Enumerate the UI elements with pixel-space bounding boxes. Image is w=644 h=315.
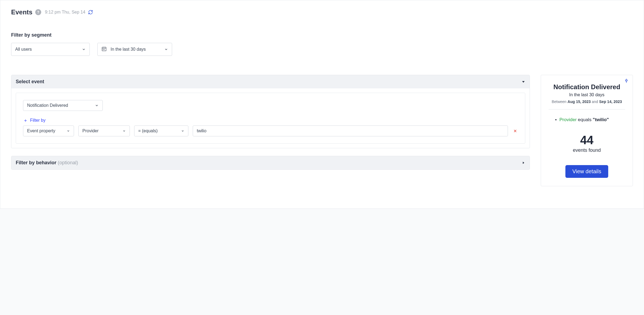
filter-type-value: Event property — [27, 128, 55, 133]
event-type-select[interactable]: Notification Delivered — [23, 100, 103, 111]
filter-by-text: Filter by — [30, 118, 46, 123]
results-card: Notification Delivered In the last 30 da… — [541, 75, 633, 186]
filter-field-select[interactable]: Provider — [78, 126, 130, 136]
filter-operator-value: = (equals) — [138, 128, 158, 133]
select-event-title: Select event — [16, 79, 44, 85]
chevron-down-icon — [123, 129, 126, 133]
date-range-select[interactable]: In the last 30 days — [97, 43, 172, 56]
chevron-down-icon — [95, 104, 99, 107]
filter-value-input[interactable] — [193, 126, 508, 136]
pin-icon[interactable] — [624, 78, 629, 84]
filter-field-value: Provider — [82, 128, 99, 133]
results-daterange: Between Aug 15, 2023 and Sep 14, 2023 — [549, 99, 625, 110]
optional-label: (optional) — [58, 160, 78, 165]
event-type-value: Notification Delivered — [27, 103, 68, 108]
results-period: In the last 30 days — [549, 92, 625, 97]
svg-marker-7 — [523, 162, 524, 164]
filter-behavior-header[interactable]: Filter by behavior (optional) — [11, 156, 530, 169]
filter-value-text: "twilio" — [593, 117, 609, 122]
page-header: Events ? 9:12 pm Thu, Sep 14 — [11, 8, 633, 16]
svg-rect-4 — [103, 49, 104, 50]
filter-behavior-panel: Filter by behavior (optional) — [11, 156, 530, 170]
filter-type-select[interactable]: Event property — [23, 126, 74, 136]
page-title: Events — [11, 8, 33, 16]
svg-marker-6 — [522, 81, 524, 83]
filter-property-name: Provider — [559, 117, 577, 122]
results-found-label: events found — [549, 147, 625, 153]
results-count: 44 — [549, 133, 625, 147]
filter-operator-select[interactable]: = (equals) — [134, 126, 188, 136]
results-filter-summary: Provider equals "twilio" — [549, 117, 625, 123]
users-select-value: All users — [15, 47, 32, 52]
filter-operator-text: equals — [577, 117, 593, 122]
chevron-down-icon — [67, 129, 70, 133]
caret-down-icon — [521, 80, 525, 84]
plus-icon: ＋ — [23, 118, 28, 123]
help-icon[interactable]: ? — [35, 9, 41, 15]
timestamp: 9:12 pm Thu, Sep 14 — [45, 10, 85, 15]
and-text: and — [591, 99, 599, 104]
select-event-header[interactable]: Select event — [11, 75, 530, 88]
event-config-card: Notification Delivered ＋ Filter by Event — [16, 93, 525, 144]
add-filter-button[interactable]: ＋ Filter by — [23, 118, 518, 123]
select-event-panel: Select event Notification Delivered — [11, 75, 530, 148]
svg-rect-5 — [104, 49, 105, 50]
filter-by-segment-label: Filter by segment — [11, 32, 633, 38]
segment-filters: All users In the last 30 days — [11, 43, 633, 56]
between-text: Between — [552, 99, 567, 104]
chevron-down-icon — [181, 129, 184, 133]
chevron-down-icon — [82, 47, 86, 51]
results-title: Notification Delivered — [549, 83, 625, 91]
filter-behavior-title: Filter by behavior — [16, 160, 56, 165]
start-date: Aug 15, 2023 — [568, 99, 591, 104]
calendar-icon — [101, 46, 107, 53]
filter-row: Event property Provider — [23, 126, 518, 136]
refresh-icon[interactable] — [88, 10, 93, 15]
view-details-button[interactable]: View details — [565, 165, 608, 178]
end-date: Sep 14, 2023 — [599, 99, 622, 104]
date-range-value: In the last 30 days — [111, 47, 146, 52]
users-select[interactable]: All users — [11, 43, 90, 56]
chevron-down-icon — [164, 47, 168, 51]
remove-filter-icon[interactable]: ✕ — [512, 128, 518, 134]
caret-right-icon — [522, 161, 525, 165]
